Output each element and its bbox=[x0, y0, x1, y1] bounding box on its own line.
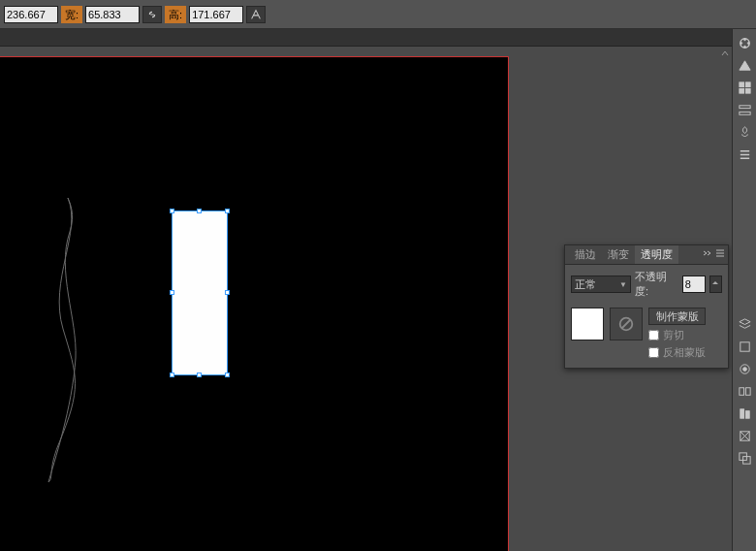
no-mask-icon bbox=[617, 315, 635, 333]
blend-mode-select[interactable]: 正常 ▼ bbox=[571, 276, 631, 293]
opacity-input[interactable] bbox=[682, 276, 706, 293]
svg-rect-16 bbox=[739, 388, 743, 396]
svg-rect-9 bbox=[739, 88, 743, 93]
panel-tabs: 描边 渐变 透明度 bbox=[565, 245, 728, 265]
invert-checkbox[interactable]: 反相蒙版 bbox=[648, 345, 706, 360]
svg-rect-7 bbox=[739, 82, 743, 87]
curve-path bbox=[29, 193, 107, 484]
layers-icon[interactable] bbox=[735, 314, 755, 335]
handle-top-right[interactable] bbox=[225, 209, 230, 213]
transparency-panel: 描边 渐变 透明度 正常 ▼ 不透明度: 制作蒙版 bbox=[564, 244, 729, 369]
tab-gradient[interactable]: 渐变 bbox=[602, 245, 635, 264]
svg-rect-18 bbox=[740, 409, 743, 418]
svg-rect-19 bbox=[745, 411, 749, 419]
chevron-down-icon: ▼ bbox=[619, 280, 627, 289]
clip-checkbox[interactable]: 剪切 bbox=[648, 328, 706, 342]
x-input[interactable] bbox=[4, 6, 58, 23]
width-label: 宽: bbox=[61, 6, 82, 23]
handle-bottom-left[interactable] bbox=[170, 373, 174, 377]
object-thumbnail[interactable] bbox=[571, 308, 604, 340]
link-wh-button[interactable] bbox=[142, 6, 162, 23]
svg-rect-13 bbox=[740, 342, 748, 351]
handle-bottom-right[interactable] bbox=[225, 373, 230, 377]
artboards-icon[interactable] bbox=[735, 337, 755, 357]
clip-label: 剪切 bbox=[663, 328, 684, 342]
svg-rect-12 bbox=[739, 112, 749, 114]
make-mask-button[interactable]: 制作蒙版 bbox=[648, 308, 706, 325]
svg-rect-10 bbox=[745, 88, 750, 93]
handle-top-left[interactable] bbox=[170, 209, 174, 213]
svg-line-1 bbox=[622, 320, 631, 329]
handle-top[interactable] bbox=[197, 209, 202, 213]
stroke-panel-icon[interactable] bbox=[735, 145, 755, 165]
blend-mode-value: 正常 bbox=[575, 277, 596, 292]
svg-point-3 bbox=[743, 39, 745, 41]
invert-check-input[interactable] bbox=[648, 347, 659, 358]
svg-point-5 bbox=[743, 46, 745, 48]
color-guide-icon[interactable] bbox=[735, 55, 755, 76]
svg-point-15 bbox=[742, 368, 746, 372]
svg-rect-11 bbox=[739, 106, 749, 109]
right-panel-dock bbox=[732, 29, 756, 551]
mask-thumbnail[interactable] bbox=[610, 308, 643, 340]
color-panel-icon[interactable] bbox=[735, 33, 755, 53]
tab-stroke[interactable]: 描边 bbox=[569, 245, 602, 264]
constrain-icon bbox=[249, 8, 263, 21]
brushes-icon[interactable] bbox=[735, 100, 755, 120]
clip-check-input[interactable] bbox=[648, 330, 659, 340]
panel-collapse-icon[interactable] bbox=[701, 247, 712, 259]
appearance-icon[interactable] bbox=[735, 359, 755, 379]
link-icon bbox=[145, 8, 159, 21]
pathfinder-icon[interactable] bbox=[735, 448, 755, 469]
selected-rectangle[interactable] bbox=[172, 211, 228, 375]
canvas[interactable] bbox=[0, 56, 509, 551]
workspace: 描边 渐变 透明度 正常 ▼ 不透明度: 制作蒙版 bbox=[0, 47, 732, 551]
height-label: 高: bbox=[165, 6, 186, 23]
width-input[interactable] bbox=[85, 6, 140, 23]
align-icon[interactable] bbox=[735, 404, 755, 424]
invert-label: 反相蒙版 bbox=[663, 345, 706, 360]
svg-rect-17 bbox=[745, 388, 750, 396]
graphic-styles-icon[interactable] bbox=[735, 381, 755, 402]
height-input[interactable] bbox=[189, 6, 243, 23]
svg-rect-8 bbox=[745, 82, 750, 87]
options-bar: 宽: 高: bbox=[0, 0, 756, 29]
transform-icon[interactable] bbox=[735, 426, 755, 446]
handle-bottom[interactable] bbox=[197, 373, 202, 377]
scrollbar-up-icon[interactable] bbox=[718, 47, 732, 60]
constrain-button[interactable] bbox=[246, 6, 266, 23]
svg-point-4 bbox=[747, 43, 749, 45]
handle-left[interactable] bbox=[170, 290, 174, 295]
opacity-stepper[interactable] bbox=[709, 276, 722, 293]
swatches-icon[interactable] bbox=[735, 78, 755, 98]
tab-transparency[interactable]: 透明度 bbox=[635, 245, 678, 264]
handle-right[interactable] bbox=[225, 290, 230, 295]
symbols-icon[interactable] bbox=[735, 122, 755, 143]
panel-menu-icon[interactable] bbox=[714, 247, 726, 259]
tab-strip bbox=[0, 29, 756, 47]
svg-point-6 bbox=[740, 43, 741, 45]
opacity-label: 不透明度: bbox=[635, 270, 678, 299]
